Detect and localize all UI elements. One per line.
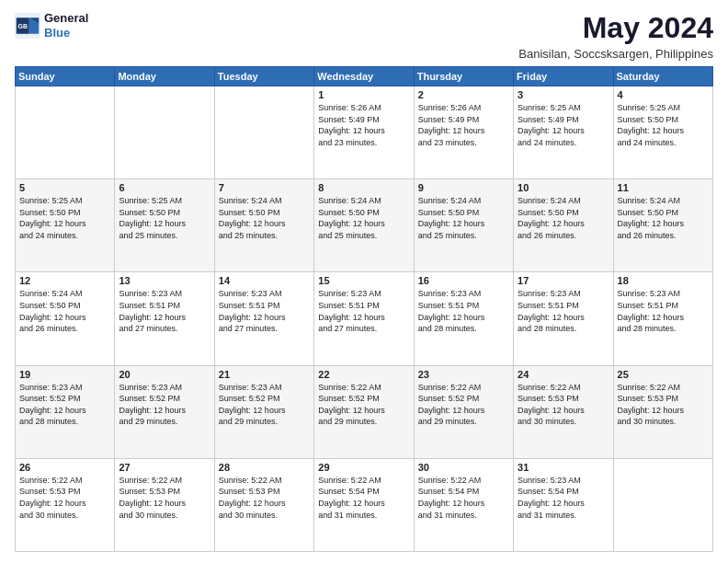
calendar-row-3: 19Sunrise: 5:23 AM Sunset: 5:52 PM Dayli…	[16, 365, 713, 458]
calendar-cell: 6Sunrise: 5:25 AM Sunset: 5:50 PM Daylig…	[115, 179, 214, 272]
calendar-cell: 27Sunrise: 5:22 AM Sunset: 5:53 PM Dayli…	[115, 458, 214, 551]
calendar-cell: 26Sunrise: 5:22 AM Sunset: 5:53 PM Dayli…	[16, 458, 115, 551]
header-monday: Monday	[115, 67, 214, 86]
calendar-cell: 28Sunrise: 5:22 AM Sunset: 5:53 PM Dayli…	[214, 458, 313, 551]
calendar-cell: 7Sunrise: 5:24 AM Sunset: 5:50 PM Daylig…	[214, 179, 313, 272]
day-info: Sunrise: 5:23 AM Sunset: 5:52 PM Dayligh…	[119, 382, 210, 428]
calendar-cell: 25Sunrise: 5:22 AM Sunset: 5:53 PM Dayli…	[613, 365, 712, 458]
header-wednesday: Wednesday	[314, 67, 414, 86]
calendar-cell: 24Sunrise: 5:22 AM Sunset: 5:53 PM Dayli…	[514, 365, 613, 458]
day-info: Sunrise: 5:23 AM Sunset: 5:51 PM Dayligh…	[618, 288, 709, 334]
calendar-cell: 5Sunrise: 5:25 AM Sunset: 5:50 PM Daylig…	[16, 179, 115, 272]
day-number: 20	[119, 369, 210, 380]
calendar-cell: 2Sunrise: 5:26 AM Sunset: 5:49 PM Daylig…	[414, 86, 513, 179]
day-info: Sunrise: 5:23 AM Sunset: 5:51 PM Dayligh…	[318, 288, 409, 334]
day-info: Sunrise: 5:22 AM Sunset: 5:53 PM Dayligh…	[518, 382, 609, 428]
day-number: 14	[219, 275, 310, 286]
day-info: Sunrise: 5:24 AM Sunset: 5:50 PM Dayligh…	[219, 195, 310, 241]
day-number: 7	[219, 182, 310, 193]
day-number: 17	[518, 275, 609, 286]
day-number: 2	[418, 89, 509, 100]
logo-icon: GB	[15, 13, 40, 39]
calendar-cell: 30Sunrise: 5:22 AM Sunset: 5:54 PM Dayli…	[414, 458, 513, 551]
day-info: Sunrise: 5:22 AM Sunset: 5:52 PM Dayligh…	[418, 382, 509, 428]
day-number: 16	[418, 275, 509, 286]
month-title: May 2024	[518, 11, 713, 45]
calendar-cell: 8Sunrise: 5:24 AM Sunset: 5:50 PM Daylig…	[314, 179, 414, 272]
day-number: 8	[318, 182, 409, 193]
calendar-cell	[115, 86, 214, 179]
day-number: 25	[618, 369, 709, 380]
day-info: Sunrise: 5:23 AM Sunset: 5:54 PM Dayligh…	[518, 475, 609, 521]
day-info: Sunrise: 5:23 AM Sunset: 5:51 PM Dayligh…	[518, 288, 609, 334]
location: Banisilan, Soccsksargen, Philippines	[518, 47, 713, 61]
calendar-cell: 21Sunrise: 5:23 AM Sunset: 5:52 PM Dayli…	[214, 365, 313, 458]
day-number: 3	[518, 89, 609, 100]
day-number: 24	[518, 369, 609, 380]
calendar-cell: 11Sunrise: 5:24 AM Sunset: 5:50 PM Dayli…	[613, 179, 712, 272]
day-info: Sunrise: 5:24 AM Sunset: 5:50 PM Dayligh…	[19, 288, 110, 334]
day-info: Sunrise: 5:25 AM Sunset: 5:50 PM Dayligh…	[19, 195, 110, 241]
day-number: 27	[119, 462, 210, 473]
calendar-cell: 23Sunrise: 5:22 AM Sunset: 5:52 PM Dayli…	[414, 365, 513, 458]
calendar-row-2: 12Sunrise: 5:24 AM Sunset: 5:50 PM Dayli…	[16, 272, 713, 365]
page: GB General Blue May 2024 Banisilan, Socc…	[0, 0, 728, 563]
day-info: Sunrise: 5:22 AM Sunset: 5:54 PM Dayligh…	[418, 475, 509, 521]
day-number: 21	[219, 369, 310, 380]
calendar-row-4: 26Sunrise: 5:22 AM Sunset: 5:53 PM Dayli…	[16, 458, 713, 551]
calendar-cell: 10Sunrise: 5:24 AM Sunset: 5:50 PM Dayli…	[514, 179, 613, 272]
calendar-cell: 29Sunrise: 5:22 AM Sunset: 5:54 PM Dayli…	[314, 458, 414, 551]
logo-line2: Blue	[44, 26, 88, 40]
calendar-cell: 9Sunrise: 5:24 AM Sunset: 5:50 PM Daylig…	[414, 179, 513, 272]
calendar-cell: 14Sunrise: 5:23 AM Sunset: 5:51 PM Dayli…	[214, 272, 313, 365]
day-info: Sunrise: 5:23 AM Sunset: 5:51 PM Dayligh…	[418, 288, 509, 334]
calendar-cell: 31Sunrise: 5:23 AM Sunset: 5:54 PM Dayli…	[514, 458, 613, 551]
calendar-cell: 17Sunrise: 5:23 AM Sunset: 5:51 PM Dayli…	[514, 272, 613, 365]
calendar-cell	[16, 86, 115, 179]
day-info: Sunrise: 5:23 AM Sunset: 5:51 PM Dayligh…	[119, 288, 210, 334]
calendar-cell	[613, 458, 712, 551]
day-info: Sunrise: 5:24 AM Sunset: 5:50 PM Dayligh…	[618, 195, 709, 241]
day-info: Sunrise: 5:25 AM Sunset: 5:49 PM Dayligh…	[518, 102, 609, 148]
day-number: 9	[418, 182, 509, 193]
day-number: 19	[19, 369, 110, 380]
calendar-cell: 20Sunrise: 5:23 AM Sunset: 5:52 PM Dayli…	[115, 365, 214, 458]
day-number: 31	[518, 462, 609, 473]
header-friday: Friday	[514, 67, 613, 86]
calendar-cell	[214, 86, 313, 179]
day-info: Sunrise: 5:23 AM Sunset: 5:52 PM Dayligh…	[219, 382, 310, 428]
calendar-cell: 22Sunrise: 5:22 AM Sunset: 5:52 PM Dayli…	[314, 365, 414, 458]
day-number: 10	[518, 182, 609, 193]
logo-text: General Blue	[44, 11, 88, 40]
day-info: Sunrise: 5:22 AM Sunset: 5:53 PM Dayligh…	[119, 475, 210, 521]
day-number: 5	[19, 182, 110, 193]
day-number: 26	[19, 462, 110, 473]
day-number: 30	[418, 462, 509, 473]
day-info: Sunrise: 5:22 AM Sunset: 5:53 PM Dayligh…	[19, 475, 110, 521]
day-info: Sunrise: 5:22 AM Sunset: 5:53 PM Dayligh…	[219, 475, 310, 521]
calendar-row-0: 1Sunrise: 5:26 AM Sunset: 5:49 PM Daylig…	[16, 86, 713, 179]
svg-text:GB: GB	[18, 22, 28, 29]
logo: GB General Blue	[15, 11, 88, 40]
title-block: May 2024 Banisilan, Soccsksargen, Philip…	[518, 11, 713, 61]
day-number: 12	[19, 275, 110, 286]
header-tuesday: Tuesday	[214, 67, 313, 86]
calendar: SundayMondayTuesdayWednesdayThursdayFrid…	[15, 66, 713, 552]
header-sunday: Sunday	[16, 67, 115, 86]
calendar-cell: 1Sunrise: 5:26 AM Sunset: 5:49 PM Daylig…	[314, 86, 414, 179]
day-number: 13	[119, 275, 210, 286]
day-number: 18	[618, 275, 709, 286]
day-info: Sunrise: 5:24 AM Sunset: 5:50 PM Dayligh…	[318, 195, 409, 241]
day-info: Sunrise: 5:23 AM Sunset: 5:51 PM Dayligh…	[219, 288, 310, 334]
logo-line1: General	[44, 11, 88, 26]
calendar-row-1: 5Sunrise: 5:25 AM Sunset: 5:50 PM Daylig…	[16, 179, 713, 272]
calendar-cell: 4Sunrise: 5:25 AM Sunset: 5:50 PM Daylig…	[613, 86, 712, 179]
day-number: 23	[418, 369, 509, 380]
day-number: 6	[119, 182, 210, 193]
day-info: Sunrise: 5:24 AM Sunset: 5:50 PM Dayligh…	[518, 195, 609, 241]
day-number: 1	[318, 89, 409, 100]
day-info: Sunrise: 5:26 AM Sunset: 5:49 PM Dayligh…	[318, 102, 409, 148]
calendar-cell: 18Sunrise: 5:23 AM Sunset: 5:51 PM Dayli…	[613, 272, 712, 365]
calendar-cell: 15Sunrise: 5:23 AM Sunset: 5:51 PM Dayli…	[314, 272, 414, 365]
calendar-header-row: SundayMondayTuesdayWednesdayThursdayFrid…	[16, 67, 713, 86]
